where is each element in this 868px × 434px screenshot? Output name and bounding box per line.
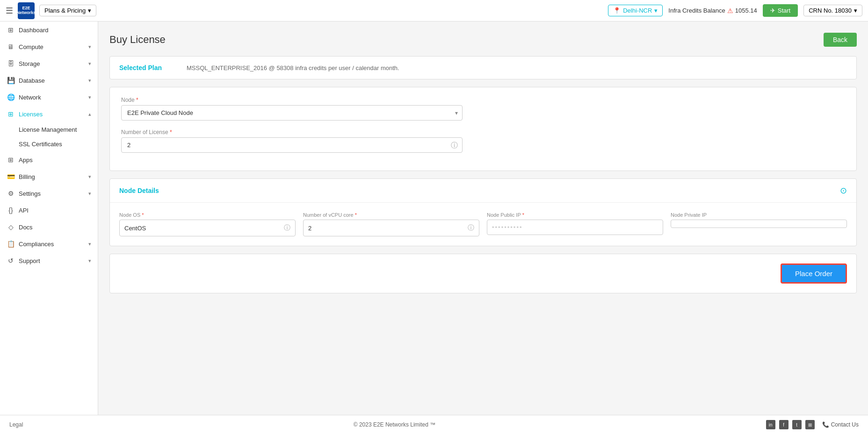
footer-contact-label: Contact Us <box>831 421 859 428</box>
footer: Legal © 2023 E2E Networks Limited ™ in f… <box>0 415 868 434</box>
node-field-group: Node * E2E Private Cloud Node ▾ <box>121 97 845 121</box>
node-details-header: Node Details ⊙ <box>110 179 856 203</box>
crn-chevron-icon: ▾ <box>854 7 857 14</box>
content-area: Buy License Back Selected Plan MSSQL_ENT… <box>98 21 868 415</box>
vcpu-info-icon[interactable]: ⓘ <box>468 224 474 232</box>
sidebar-item-compliances[interactable]: 📋 Compliances ▾ <box>0 235 98 252</box>
node-field-label: Node * <box>121 97 845 103</box>
support-chevron-icon: ▾ <box>88 258 91 264</box>
sidebar-item-label: Billing <box>19 173 35 180</box>
node-select-wrapper: E2E Private Cloud Node ▾ <box>121 105 463 121</box>
node-form-section: Node * E2E Private Cloud Node ▾ Number o… <box>110 87 856 171</box>
num-license-input-wrapper: ⓘ <box>121 137 463 153</box>
sidebar-item-license-management[interactable]: License Management <box>0 122 98 137</box>
network-icon: 🌐 <box>7 93 15 101</box>
order-section: Place Order <box>109 254 857 293</box>
region-label: Delhi-NCR <box>623 7 652 14</box>
node-details-title: Node Details <box>119 187 159 194</box>
vcpu-value: 2 ⓘ <box>303 220 479 236</box>
crn-label: CRN No. 18030 <box>809 7 852 14</box>
compliances-icon: 📋 <box>7 240 15 248</box>
sidebar-item-docs[interactable]: ◇ Docs <box>0 219 98 235</box>
facebook-icon[interactable]: f <box>779 420 788 429</box>
database-icon: 💾 <box>7 77 15 84</box>
twitter-icon[interactable]: t <box>792 420 802 429</box>
num-license-info-icon[interactable]: ⓘ <box>451 141 458 149</box>
start-button[interactable]: ✈ Start <box>763 4 798 17</box>
region-chevron-icon: ▾ <box>654 7 658 14</box>
database-chevron-icon: ▾ <box>88 78 91 84</box>
sidebar-item-compute[interactable]: 🖥 Compute ▾ <box>0 38 98 55</box>
sidebar-item-label: Network <box>19 94 41 101</box>
footer-contact[interactable]: 📞 Contact Us <box>822 421 859 428</box>
footer-copyright: © 2023 E2E Networks Limited ™ <box>23 421 766 428</box>
sidebar-item-label: Database <box>19 77 45 84</box>
node-private-ip-value <box>671 220 847 228</box>
plans-pricing-button[interactable]: Plans & Pricing ▾ <box>39 5 96 16</box>
page-title: Buy License <box>109 34 166 46</box>
sidebar-item-settings[interactable]: ⚙ Settings ▾ <box>0 185 98 202</box>
header-right: 📍 Delhi-NCR ▾ Infra Credits Balance ⚠ 10… <box>608 4 862 17</box>
support-icon: ↺ <box>7 257 15 264</box>
logo: E2E Networks <box>18 2 35 19</box>
compute-chevron-icon: ▾ <box>88 44 91 50</box>
node-private-ip-label: Node Private IP <box>671 212 847 218</box>
region-button[interactable]: 📍 Delhi-NCR ▾ <box>608 5 663 16</box>
sidebar-item-dashboard[interactable]: ⊞ Dashboard <box>0 21 98 38</box>
docs-icon: ◇ <box>7 223 15 231</box>
selected-plan-row: Selected Plan MSSQL_ENTERPRISE_2016 @ 58… <box>110 57 856 79</box>
node-os-label: Node OS * <box>119 212 296 218</box>
node-form-card: Node * E2E Private Cloud Node ▾ Number o… <box>109 87 857 171</box>
node-select[interactable]: E2E Private Cloud Node <box>121 105 463 121</box>
selected-plan-value: MSSQL_ENTERPRISE_2016 @ 58308 infra cred… <box>187 64 399 71</box>
ssl-certificates-label: SSL Certificates <box>19 141 62 148</box>
num-license-field-group: Number of License * ⓘ <box>121 129 845 153</box>
node-details-expand-icon[interactable]: ⊙ <box>840 185 847 196</box>
sidebar-item-label: Support <box>19 257 40 264</box>
vcpu-field: Number of vCPU core * 2 ⓘ <box>303 212 479 236</box>
contact-phone-icon: 📞 <box>822 421 829 428</box>
warning-icon: ⚠ <box>727 7 733 14</box>
sidebar-item-apps[interactable]: ⊞ Apps <box>0 151 98 168</box>
place-order-button[interactable]: Place Order <box>781 263 847 284</box>
plans-chevron-icon: ▾ <box>88 7 91 14</box>
menu-icon[interactable]: ☰ <box>6 6 13 16</box>
sidebar-item-ssl-certificates[interactable]: SSL Certificates <box>0 137 98 151</box>
plans-pricing-label: Plans & Pricing <box>44 7 86 14</box>
sidebar-item-database[interactable]: 💾 Database ▾ <box>0 72 98 89</box>
licenses-icon: ⊞ <box>7 110 15 118</box>
storage-chevron-icon: ▾ <box>88 61 91 67</box>
billing-icon: 💳 <box>7 173 15 180</box>
sidebar-item-storage[interactable]: 🗄 Storage ▾ <box>0 55 98 72</box>
crn-button[interactable]: CRN No. 18030 ▾ <box>803 5 862 16</box>
sidebar: ⊞ Dashboard 🖥 Compute ▾ 🗄 Storage ▾ 💾 Da… <box>0 21 98 415</box>
sidebar-item-label: API <box>19 207 29 214</box>
num-license-input[interactable] <box>121 137 463 153</box>
sidebar-item-billing[interactable]: 💳 Billing ▾ <box>0 168 98 185</box>
main-layout: ⊞ Dashboard 🖥 Compute ▾ 🗄 Storage ▾ 💾 Da… <box>0 21 868 415</box>
back-button[interactable]: Back <box>824 33 857 47</box>
infra-credits-label: Infra Credits Balance <box>668 7 725 14</box>
node-os-info-icon[interactable]: ⓘ <box>284 224 290 232</box>
num-license-label: Number of License * <box>121 129 845 135</box>
compute-icon: 🖥 <box>7 43 15 50</box>
linkedin-icon[interactable]: in <box>766 420 775 429</box>
sidebar-item-network[interactable]: 🌐 Network ▾ <box>0 89 98 106</box>
node-private-ip-field: Node Private IP <box>671 212 847 236</box>
page-header: Buy License Back <box>109 33 857 47</box>
footer-social: in f t ⊞ <box>766 420 815 429</box>
sidebar-item-label: Storage <box>19 60 40 67</box>
sidebar-item-support[interactable]: ↺ Support ▾ <box>0 252 98 269</box>
sidebar-item-api[interactable]: {} API <box>0 202 98 219</box>
node-public-ip-value: •••••••••• <box>487 220 663 235</box>
infra-credits: Infra Credits Balance ⚠ 1055.14 <box>668 7 757 14</box>
rss-icon[interactable]: ⊞ <box>805 420 815 429</box>
header-left: ☰ E2E Networks Plans & Pricing ▾ <box>6 2 96 19</box>
sidebar-item-label: Compute <box>19 43 43 50</box>
sidebar-item-label: Docs <box>19 224 33 231</box>
node-public-ip-field: Node Public IP * •••••••••• <box>487 212 663 236</box>
selected-plan-card: Selected Plan MSSQL_ENTERPRISE_2016 @ 58… <box>109 56 857 79</box>
sidebar-item-licenses[interactable]: ⊞ Licenses ▴ <box>0 106 98 122</box>
footer-legal-link[interactable]: Legal <box>9 421 23 428</box>
sidebar-item-label: Compliances <box>19 241 54 248</box>
